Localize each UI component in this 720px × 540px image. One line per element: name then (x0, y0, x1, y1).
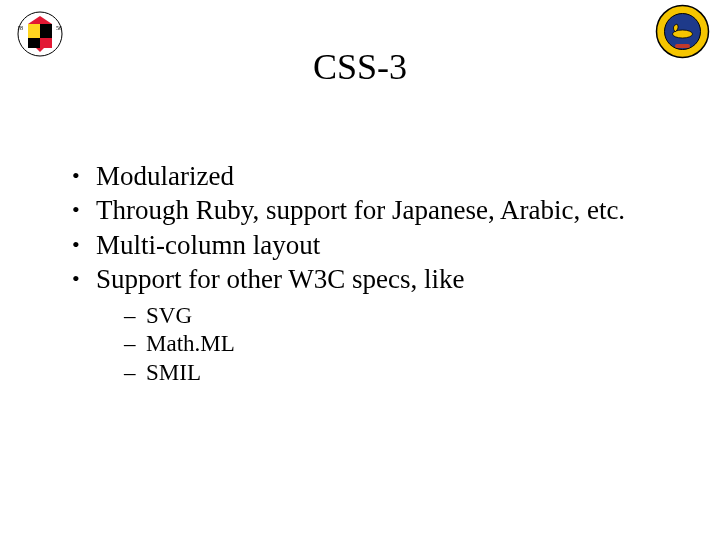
sub-bullet-item: Math.ML (124, 330, 660, 358)
sub-bullet-text: SVG (146, 303, 192, 328)
bullet-item: Support for other W3C specs, like SVG Ma… (72, 263, 660, 386)
sub-bullet-text: Math.ML (146, 331, 235, 356)
sub-bullet-text: SMIL (146, 360, 201, 385)
slide-content: Modularized Through Ruby, support for Ja… (72, 160, 660, 388)
bullet-text: Modularized (96, 161, 234, 191)
slide-title: CSS-3 (0, 46, 720, 88)
sub-bullet-item: SMIL (124, 359, 660, 387)
bullet-text: Support for other W3C specs, like (96, 264, 464, 294)
sub-bullet-item: SVG (124, 302, 660, 330)
svg-text:56: 56 (56, 25, 62, 31)
svg-rect-2 (40, 24, 52, 38)
svg-text:18: 18 (17, 25, 23, 31)
bullet-item: Through Ruby, support for Japanese, Arab… (72, 194, 660, 226)
bullet-text: Through Ruby, support for Japanese, Arab… (96, 195, 625, 225)
slide: 18 56 CSS-3 Modularized Through Ruby, su… (0, 0, 720, 540)
bullet-item: Multi-column layout (72, 229, 660, 261)
svg-rect-1 (28, 24, 40, 38)
bullet-item: Modularized (72, 160, 660, 192)
bullet-text: Multi-column layout (96, 230, 320, 260)
